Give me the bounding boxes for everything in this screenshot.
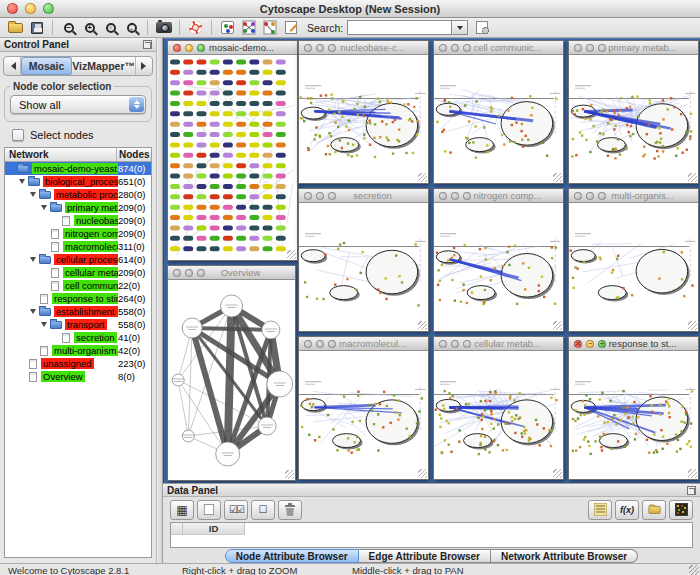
window-macromolecule[interactable]: macromolecul... [298,336,429,480]
window-cell-communication[interactable]: cell communic... [433,40,564,184]
network-merge-button[interactable] [239,19,258,37]
disclosure-triangle-icon[interactable] [30,189,39,200]
zoom-button[interactable] [328,44,336,52]
minimize-button[interactable] [586,44,594,52]
zoom-selected-button[interactable]: ⁚ [122,19,141,37]
tree-row-response-to-stimulu[interactable]: response to stimulu264(0) [5,292,151,305]
window-titlebar[interactable]: secretion [299,189,428,203]
close-button[interactable] [7,3,18,14]
window-resize-grip[interactable] [418,469,427,478]
window-titlebar[interactable]: cellular metab... [434,337,563,351]
tree-row-cell-communicat[interactable]: cell communicat22(0) [5,279,151,292]
zoom-button[interactable]: + [598,340,606,348]
minimize-button[interactable] [25,3,36,14]
network-view[interactable] [569,55,698,183]
search-dropdown-button[interactable] [452,20,468,35]
window-overview[interactable]: Overview [167,265,296,481]
network-view[interactable] [299,351,428,479]
tree-row-multi-organism-pro[interactable]: multi-organism pro42(0) [5,344,151,357]
minimize-button[interactable] [316,340,324,348]
network-view[interactable] [434,55,563,183]
tab-scroll-left-button[interactable] [4,57,21,75]
close-button[interactable] [304,340,312,348]
tree-row-overview[interactable]: Overview8(0) [5,370,151,383]
disclosure-triangle-icon[interactable] [19,176,28,187]
zoom-button[interactable] [197,44,205,52]
network-import-button[interactable] [260,19,279,37]
tree-row-unassigned[interactable]: unassigned223(0) [5,357,151,370]
tree-row-biological-process[interactable]: biological_process651(0) [5,175,151,188]
window-multi-organism[interactable]: multi-organis... [568,188,699,332]
zoom-button[interactable] [598,44,606,52]
window-resize-grip[interactable] [688,321,697,330]
window-nitrogen-compound[interactable]: nitrogen comp... [433,188,564,332]
save-session-button[interactable] [27,19,46,37]
tab-vizmapper[interactable]: VizMapper™ [72,57,135,75]
minimize-button[interactable]: − [586,340,594,348]
zoom-button[interactable] [463,44,471,52]
tree-row-nitrogen-compo[interactable]: nitrogen compo209(0) [5,227,151,240]
tree-row-cellular-metabol[interactable]: cellular metabol209(0) [5,266,151,279]
select-nodes-checkbox[interactable] [12,129,24,141]
window-response-to-stimulus[interactable]: ✕−+response to st... [568,336,699,480]
minimize-button[interactable] [316,44,324,52]
tree-row-primary-metabo[interactable]: primary metabo209(0) [5,201,151,214]
network-view[interactable] [569,351,698,479]
close-button[interactable] [173,269,181,277]
tree-row-metabolic-process[interactable]: metabolic process280(0) [5,188,151,201]
minimize-button[interactable] [185,269,193,277]
tree-row-establishment-of-lo[interactable]: establishment of lo558(0) [5,305,151,318]
minimize-button[interactable] [451,192,459,200]
window-resize-grip[interactable] [553,469,562,478]
minimize-button[interactable] [185,44,193,52]
network-view[interactable] [434,351,563,479]
tab-mosaic[interactable]: Mosaic [21,57,72,75]
close-button[interactable] [439,44,447,52]
window-titlebar[interactable]: ✕−+response to st... [569,337,698,351]
search-input[interactable] [347,20,452,35]
tab-scroll-right-button[interactable] [135,57,152,75]
vizmapper-button[interactable] [218,19,237,37]
disclosure-triangle-icon[interactable] [30,254,39,265]
disclosure-triangle-icon[interactable] [41,202,50,213]
zoom-button[interactable] [328,192,336,200]
search-config-button[interactable] [472,19,491,37]
tree-row-nucleobase[interactable]: nucleobase-209(0) [5,214,151,227]
tree-row-macromolecule[interactable]: macromolecule311(0) [5,240,151,253]
minimize-button[interactable] [451,44,459,52]
close-button[interactable]: ✕ [574,340,582,348]
unselect-attributes-button[interactable]: ☐ [251,500,275,520]
close-button[interactable] [173,44,181,52]
network-view[interactable] [434,203,563,331]
disclosure-triangle-icon[interactable] [30,306,39,317]
window-titlebar[interactable]: nitrogen comp... [434,189,563,203]
tab-edge-attribute-browser[interactable]: Edge Attribute Browser [359,549,491,563]
close-button[interactable] [439,340,447,348]
import-attributes-button[interactable] [642,500,666,520]
window-resize-grip[interactable] [688,173,697,182]
window-nucleobase[interactable]: nucleobase-c... [298,40,429,184]
column-network[interactable]: Network [5,148,117,161]
zoom-button[interactable] [463,340,471,348]
delete-attribute-button[interactable] [278,500,302,520]
window-titlebar[interactable]: cell communic... [434,41,563,55]
zoom-button[interactable] [197,269,205,277]
resize-grip[interactable] [689,565,699,575]
window-resize-grip[interactable] [418,321,427,330]
window-titlebar[interactable]: Cytoscape Desktop (New Session) [0,0,700,18]
annotation-button[interactable] [281,19,300,37]
minimize-button[interactable] [586,192,594,200]
window-resize-grip[interactable] [553,321,562,330]
tree-row-mosaic-demo-yeast[interactable]: mosaic-demo-yeast874(0) [5,162,151,175]
window-secretion[interactable]: secretion [298,188,429,332]
network-view[interactable] [168,280,295,480]
zoom-in-button[interactable]: + [80,19,99,37]
network-view[interactable] [569,203,698,331]
float-panel-icon[interactable] [687,486,696,495]
select-attributes-button[interactable]: ☑☑ [224,500,248,520]
id-column-header[interactable]: ID [183,523,245,535]
window-titlebar[interactable]: macromolecul... [299,337,428,351]
close-button[interactable] [574,44,582,52]
window-cellular-metabolism[interactable]: cellular metab... [433,336,564,480]
close-button[interactable] [304,192,312,200]
